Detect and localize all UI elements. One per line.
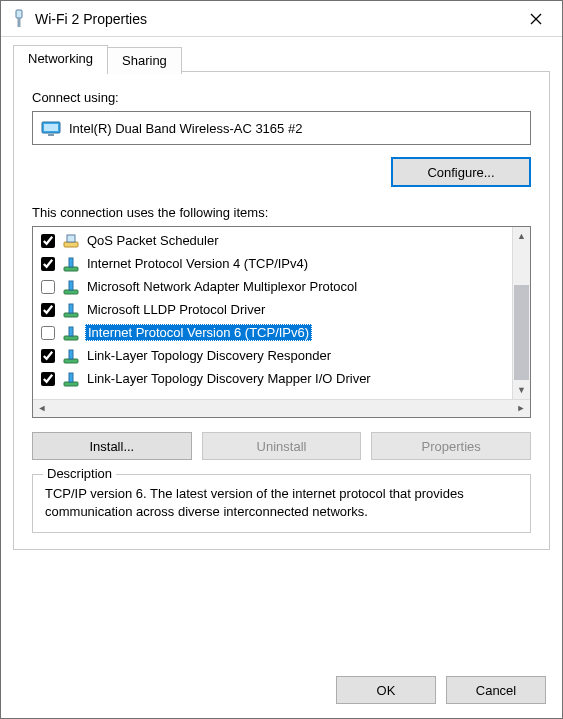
list-item[interactable]: Internet Protocol Version 4 (TCP/IPv4) [33,252,512,275]
configure-button[interactable]: Configure... [391,157,531,187]
protocol-icon [63,256,79,272]
svg-rect-18 [69,350,73,359]
svg-rect-11 [64,290,78,294]
tab-sharing-label: Sharing [122,53,167,68]
description-groupbox: Description TCP/IP version 6. The latest… [32,474,531,533]
scroll-left-button[interactable]: ◄ [33,400,51,417]
list-item-label: QoS Packet Scheduler [85,233,221,248]
list-item-checkbox[interactable] [41,326,55,340]
list-item[interactable]: Microsoft LLDP Protocol Driver [33,298,512,321]
properties-button-label: Properties [422,439,481,454]
svg-rect-13 [64,313,78,317]
list-item-label: Link-Layer Topology Discovery Mapper I/O… [85,371,373,386]
adapter-name: Intel(R) Dual Band Wireless-AC 3165 #2 [69,121,302,136]
uninstall-button: Uninstall [202,432,362,460]
svg-rect-6 [48,134,54,136]
protocol-icon [63,302,79,318]
list-item[interactable]: Link-Layer Topology Discovery Mapper I/O… [33,367,512,390]
scroll-down-button[interactable]: ▼ [513,381,530,399]
description-text: TCP/IP version 6. The latest version of … [45,485,518,520]
chevron-left-icon: ◄ [38,404,47,413]
svg-rect-8 [67,235,75,242]
svg-rect-1 [18,18,21,27]
list-item[interactable]: Microsoft Network Adapter Multiplexor Pr… [33,275,512,298]
configure-button-label: Configure... [427,165,494,180]
description-legend: Description [43,466,116,481]
content-area: Networking Sharing Connect using: Intel(… [1,37,562,664]
items-heading: This connection uses the following items… [32,205,531,220]
horizontal-scrollbar[interactable]: ◄ ► [33,399,530,417]
monitor-icon [41,121,59,135]
list-item-checkbox[interactable] [41,280,55,294]
svg-rect-20 [69,373,73,382]
tab-sharing[interactable]: Sharing [107,47,182,74]
scroll-thumb[interactable] [514,285,529,380]
svg-rect-12 [69,281,73,290]
connect-using-label: Connect using: [32,90,531,105]
svg-rect-16 [69,327,73,336]
svg-rect-0 [16,10,22,18]
list-item-label: Microsoft Network Adapter Multiplexor Pr… [85,279,359,294]
svg-rect-5 [44,124,58,131]
adapter-title-icon [11,9,27,29]
svg-rect-15 [64,336,78,340]
protocol-icon [63,371,79,387]
list-item-checkbox[interactable] [41,303,55,317]
svg-rect-19 [64,382,78,386]
tab-body-networking: Connect using: Intel(R) Dual Band Wirele… [13,71,550,550]
window-title: Wi-Fi 2 Properties [35,11,514,27]
protocol-icon [63,325,79,341]
adapter-display: Intel(R) Dual Band Wireless-AC 3165 #2 [32,111,531,145]
list-item[interactable]: Internet Protocol Version 6 (TCP/IPv6) [33,321,512,344]
ok-button-label: OK [377,683,396,698]
tab-networking-label: Networking [28,51,93,66]
scroll-track-top[interactable] [513,245,530,284]
list-item-label: Internet Protocol Version 4 (TCP/IPv4) [85,256,310,271]
chevron-down-icon: ▼ [517,386,526,395]
tab-networking[interactable]: Networking [13,45,108,72]
scroll-track-h[interactable] [51,400,512,417]
list-item-checkbox[interactable] [41,234,55,248]
svg-rect-7 [64,242,78,247]
chevron-up-icon: ▲ [517,232,526,241]
close-icon [530,13,542,25]
scroll-up-button[interactable]: ▲ [513,227,530,245]
list-item-checkbox[interactable] [41,372,55,386]
scroll-right-button[interactable]: ► [512,400,530,417]
components-listbox[interactable]: QoS Packet SchedulerInternet Protocol Ve… [32,226,531,418]
list-item[interactable]: QoS Packet Scheduler [33,229,512,252]
protocol-icon [63,279,79,295]
svg-rect-14 [69,304,73,313]
list-item-label: Link-Layer Topology Discovery Responder [85,348,333,363]
cancel-button-label: Cancel [476,683,516,698]
dialog-button-bar: OK Cancel [1,664,562,718]
list-item[interactable]: Link-Layer Topology Discovery Responder [33,344,512,367]
install-button[interactable]: Install... [32,432,192,460]
properties-button: Properties [371,432,531,460]
vertical-scrollbar[interactable]: ▲ ▼ [512,227,530,399]
list-item-checkbox[interactable] [41,349,55,363]
qos-icon [63,233,79,249]
tab-strip: Networking Sharing [13,45,550,72]
svg-rect-17 [64,359,78,363]
close-button[interactable] [514,4,558,34]
list-item-checkbox[interactable] [41,257,55,271]
list-item-label: Microsoft LLDP Protocol Driver [85,302,267,317]
svg-rect-10 [69,258,73,267]
titlebar: Wi-Fi 2 Properties [1,1,562,37]
chevron-right-icon: ► [517,404,526,413]
protocol-icon [63,348,79,364]
uninstall-button-label: Uninstall [257,439,307,454]
cancel-button[interactable]: Cancel [446,676,546,704]
install-button-label: Install... [89,439,134,454]
ok-button[interactable]: OK [336,676,436,704]
list-item-label: Internet Protocol Version 6 (TCP/IPv6) [85,324,312,341]
svg-rect-9 [64,267,78,271]
properties-dialog: Wi-Fi 2 Properties Networking Sharing Co… [0,0,563,719]
